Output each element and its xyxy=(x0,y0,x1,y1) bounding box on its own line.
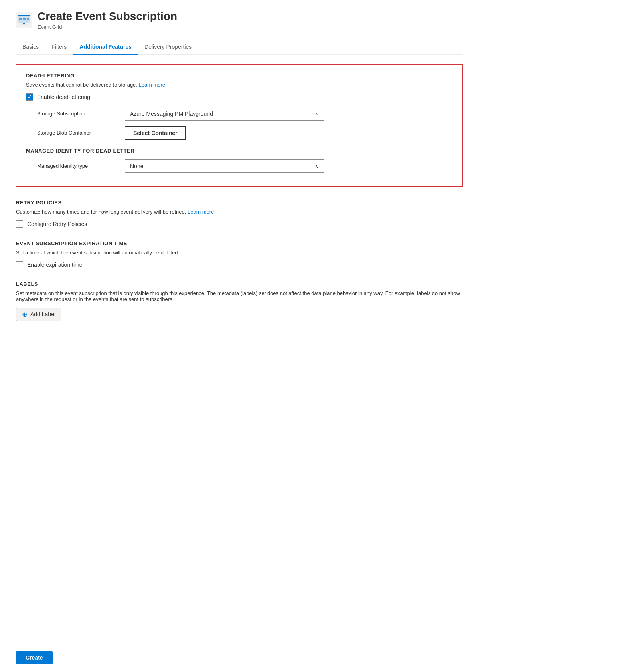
tab-filters[interactable]: Filters xyxy=(45,40,73,55)
svg-rect-6 xyxy=(19,22,29,22)
enable-expiration-row: Enable expiration time xyxy=(16,261,463,268)
enable-dead-lettering-checkbox[interactable]: ✓ xyxy=(26,93,33,101)
managed-identity-title: MANAGED IDENTITY FOR DEAD-LETTER xyxy=(26,148,453,154)
dead-lettering-learn-more-link[interactable]: Learn more xyxy=(139,82,165,88)
labels-desc: Set metadata on this event subscription … xyxy=(16,290,463,302)
add-label-text: Add Label xyxy=(30,311,55,317)
more-options-button[interactable]: ··· xyxy=(183,16,189,24)
enable-dead-lettering-row: ✓ Enable dead-lettering xyxy=(26,93,453,101)
dead-lettering-desc: Save events that cannot be delivered to … xyxy=(26,82,453,88)
add-label-icon: ⊕ xyxy=(22,311,27,318)
managed-identity-type-label: Managed identity type xyxy=(37,163,117,169)
storage-subscription-control: Azure Messaging PM Playground ∨ xyxy=(125,107,324,121)
enable-expiration-checkbox[interactable] xyxy=(16,261,23,268)
managed-identity-type-dropdown[interactable]: None ∨ xyxy=(125,159,324,173)
svg-rect-5 xyxy=(27,18,29,20)
labels-title: LABELS xyxy=(16,281,463,287)
retry-policies-title: RETRY POLICIES xyxy=(16,200,463,206)
dead-lettering-section: DEAD-LETTERING Save events that cannot b… xyxy=(16,64,463,187)
storage-subscription-chevron-icon: ∨ xyxy=(316,111,319,117)
select-container-button[interactable]: Select Container xyxy=(125,126,186,140)
dead-lettering-title: DEAD-LETTERING xyxy=(26,73,453,79)
retry-policies-learn-more-link[interactable]: Learn more xyxy=(188,209,214,215)
storage-subscription-label: Storage Subscription xyxy=(37,111,117,117)
tab-delivery-properties[interactable]: Delivery Properties xyxy=(138,40,198,55)
svg-rect-4 xyxy=(23,18,26,20)
create-button[interactable]: Create xyxy=(16,651,53,664)
page-title: Create Event Subscription xyxy=(38,10,177,23)
configure-retry-checkbox[interactable] xyxy=(16,220,23,228)
storage-blob-container-label: Storage Blob Container xyxy=(37,130,117,136)
svg-rect-3 xyxy=(19,18,22,20)
expiration-desc: Set a time at which the event subscripti… xyxy=(16,250,463,256)
managed-identity-fields: Managed identity type None ∨ xyxy=(26,159,453,173)
configure-retry-row: Configure Retry Policies xyxy=(16,220,463,228)
event-grid-icon xyxy=(16,12,32,28)
managed-identity-type-value: None xyxy=(130,163,143,169)
expiration-section: EVENT SUBSCRIPTION EXPIRATION TIME Set a… xyxy=(16,240,463,268)
tab-additional-features[interactable]: Additional Features xyxy=(73,40,138,55)
retry-policies-section: RETRY POLICIES Customize how many times … xyxy=(16,200,463,228)
checkmark-icon: ✓ xyxy=(28,94,32,100)
storage-blob-container-row: Storage Blob Container Select Container xyxy=(37,126,453,140)
configure-retry-label: Configure Retry Policies xyxy=(27,221,87,227)
expiration-title: EVENT SUBSCRIPTION EXPIRATION TIME xyxy=(16,240,463,246)
tab-basics[interactable]: Basics xyxy=(16,40,45,55)
managed-identity-type-row: Managed identity type None ∨ xyxy=(37,159,453,173)
retry-policies-desc: Customize how many times and for how lon… xyxy=(16,209,463,215)
storage-blob-container-control: Select Container xyxy=(125,126,324,140)
storage-subscription-value: Azure Messaging PM Playground xyxy=(130,111,213,117)
footer: Create xyxy=(0,643,626,672)
page-subtitle: Event Grid xyxy=(38,24,177,30)
dead-lettering-fields: Storage Subscription Azure Messaging PM … xyxy=(26,107,453,140)
storage-subscription-dropdown[interactable]: Azure Messaging PM Playground ∨ xyxy=(125,107,324,121)
managed-identity-chevron-icon: ∨ xyxy=(316,163,319,169)
storage-subscription-row: Storage Subscription Azure Messaging PM … xyxy=(37,107,453,121)
add-label-button[interactable]: ⊕ Add Label xyxy=(16,308,61,321)
labels-section: LABELS Set metadata on this event subscr… xyxy=(16,281,463,321)
enable-expiration-label: Enable expiration time xyxy=(27,262,83,268)
tabs-container: Basics Filters Additional Features Deliv… xyxy=(16,40,463,55)
enable-dead-lettering-label: Enable dead-lettering xyxy=(37,94,90,100)
managed-identity-type-control: None ∨ xyxy=(125,159,324,173)
svg-rect-2 xyxy=(18,15,30,16)
